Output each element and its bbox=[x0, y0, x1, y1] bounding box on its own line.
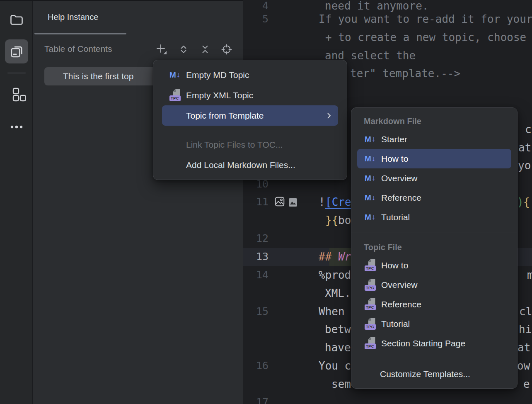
code-line: bo bbox=[338, 213, 351, 227]
topic-file-icon: TPC bbox=[169, 89, 181, 102]
menu-item-label: Add Local Markdown Files... bbox=[186, 160, 295, 170]
collapse-all-button[interactable] bbox=[199, 43, 211, 56]
line-number: 16 bbox=[249, 359, 268, 373]
icon-spacer bbox=[169, 139, 181, 151]
line-number: 4 bbox=[249, 0, 268, 13]
menu-item-empty-md-topic[interactable]: M↓ Empty MD Topic bbox=[162, 65, 338, 85]
topic-file-icon: TPC bbox=[364, 337, 376, 350]
topic-file-icon: TPC bbox=[364, 318, 376, 330]
markdown-file-icon: M↓ bbox=[364, 153, 376, 165]
image-outline-icon[interactable] bbox=[274, 196, 285, 207]
code-line: You c bbox=[319, 359, 351, 373]
tool-rail bbox=[0, 0, 33, 404]
code-line: If you want to re-add it for your bbox=[319, 12, 532, 26]
menu-item-label: Topic from Template bbox=[186, 111, 264, 121]
submenu-separator bbox=[351, 359, 517, 359]
submenu-item-overview-tpc[interactable]: TPC Overview bbox=[357, 275, 511, 294]
code-fragment: e bbox=[523, 377, 530, 391]
code-heading-text: Wr bbox=[338, 250, 351, 264]
submenu-item-label: Tutorial bbox=[381, 212, 410, 222]
submenu-item-overview-md[interactable]: M↓ Overview bbox=[357, 168, 511, 188]
topic-file-icon: TPC bbox=[364, 279, 376, 291]
submenu-item-reference-md[interactable]: M↓ Reference bbox=[357, 188, 511, 207]
line-number-active: 13 bbox=[249, 250, 268, 264]
menu-item-label: Empty MD Topic bbox=[186, 70, 249, 80]
icon-spacer bbox=[169, 110, 181, 122]
project-tool-button[interactable] bbox=[5, 8, 28, 32]
line-number: 17 bbox=[249, 395, 268, 404]
submenu-section-header: Markdown File bbox=[351, 113, 517, 129]
markdown-file-icon: M↓ bbox=[169, 69, 181, 81]
code-fragment: hi bbox=[519, 322, 532, 336]
code-fragment: yo bbox=[518, 158, 531, 173]
code-fragment: { bbox=[523, 195, 530, 209]
code-link[interactable]: [Cre bbox=[325, 195, 351, 209]
code-line: }{ bbox=[325, 213, 338, 227]
icon-spacer bbox=[169, 159, 181, 171]
submenu-item-label: Customize Templates... bbox=[380, 369, 470, 379]
code-line: need it anymore. bbox=[325, 0, 428, 13]
code-line: + to create a new topic, choose t bbox=[325, 30, 532, 44]
code-fragment: at bbox=[518, 141, 531, 155]
submenu-item-label: Overview bbox=[381, 173, 418, 183]
code-fragment: at bbox=[517, 341, 530, 355]
submenu-item-section-starting-page[interactable]: TPC Section Starting Page bbox=[357, 333, 511, 353]
structure-tool-button[interactable] bbox=[5, 83, 28, 106]
line-number: 11 bbox=[249, 195, 268, 209]
menu-item-label: Empty XML Topic bbox=[186, 90, 253, 100]
code-fragment: ) bbox=[517, 195, 524, 209]
submenu-item-label: Tutorial bbox=[381, 319, 410, 329]
image-filled-icon[interactable] bbox=[288, 198, 297, 207]
line-number: 5 bbox=[249, 12, 268, 26]
code-line: When bbox=[319, 304, 345, 319]
code-fragment: c bbox=[525, 122, 532, 136]
markdown-file-icon: M↓ bbox=[364, 211, 376, 224]
submenu-item-reference-tpc[interactable]: TPC Reference bbox=[357, 294, 511, 314]
submenu-item-label: How to bbox=[381, 154, 408, 164]
instances-tool-button[interactable] bbox=[5, 39, 28, 63]
copy-pages-icon bbox=[9, 44, 24, 59]
submenu-item-customize-templates[interactable]: Customize Templates... bbox=[357, 365, 511, 383]
submenu-item-label: Reference bbox=[381, 193, 421, 203]
submenu-item-how-to-tpc[interactable]: TPC How to bbox=[357, 256, 511, 275]
submenu-separator bbox=[351, 233, 517, 233]
code-line: ter" template.--> bbox=[350, 66, 460, 80]
code-fragment: cl bbox=[519, 304, 532, 319]
menu-item-empty-xml-topic[interactable]: TPC Empty XML Topic bbox=[162, 85, 338, 105]
more-tools-button[interactable] bbox=[5, 115, 28, 139]
menu-item-link-topic-files: Link Topic Files to TOC... bbox=[162, 134, 338, 155]
submenu-item-tutorial-md[interactable]: M↓ Tutorial bbox=[357, 207, 511, 227]
submenu-item-label: Overview bbox=[381, 280, 418, 290]
markdown-file-icon: M↓ bbox=[364, 172, 376, 185]
submenu-item-starter[interactable]: M↓ Starter bbox=[357, 129, 511, 149]
markdown-file-icon: M↓ bbox=[364, 192, 376, 204]
code-heading-marker: ## bbox=[319, 250, 331, 264]
submenu-item-how-to-md[interactable]: M↓ How to bbox=[357, 149, 511, 168]
code-line: have bbox=[325, 341, 351, 355]
window-top-border bbox=[0, 0, 243, 1]
plus-dropdown-icon bbox=[155, 43, 168, 56]
menu-item-add-local-markdown[interactable]: Add Local Markdown Files... bbox=[162, 155, 338, 175]
active-tab-underline bbox=[34, 33, 126, 34]
menu-item-topic-from-template[interactable]: Topic from Template bbox=[162, 105, 338, 126]
line-number: 14 bbox=[249, 268, 268, 282]
locate-file-button[interactable] bbox=[220, 43, 233, 56]
code-fragment: ow bbox=[517, 359, 530, 373]
topic-template-submenu: Markdown File M↓ Starter M↓ How to M↓ Ov… bbox=[351, 107, 517, 389]
markdown-file-icon: M↓ bbox=[364, 133, 376, 146]
submenu-section-header: Topic File bbox=[351, 239, 517, 256]
code-line: sem bbox=[331, 377, 351, 391]
code-fragment: m bbox=[527, 268, 532, 282]
submenu-item-tutorial-tpc[interactable]: TPC Tutorial bbox=[357, 314, 511, 333]
folder-icon bbox=[9, 12, 24, 27]
menu-item-label: Link Topic Files to TOC... bbox=[186, 140, 283, 150]
collapse-all-icon bbox=[199, 44, 211, 55]
submenu-item-label: Starter bbox=[381, 134, 407, 144]
code-line: %prod bbox=[319, 268, 351, 282]
writerside-window: Help Instance Table of Contents bbox=[0, 0, 532, 404]
expand-all-button[interactable] bbox=[177, 43, 190, 56]
add-topic-button[interactable] bbox=[155, 43, 168, 56]
expand-all-icon bbox=[178, 44, 189, 55]
structure-icon bbox=[7, 85, 26, 104]
code-line: XML. bbox=[325, 286, 351, 300]
